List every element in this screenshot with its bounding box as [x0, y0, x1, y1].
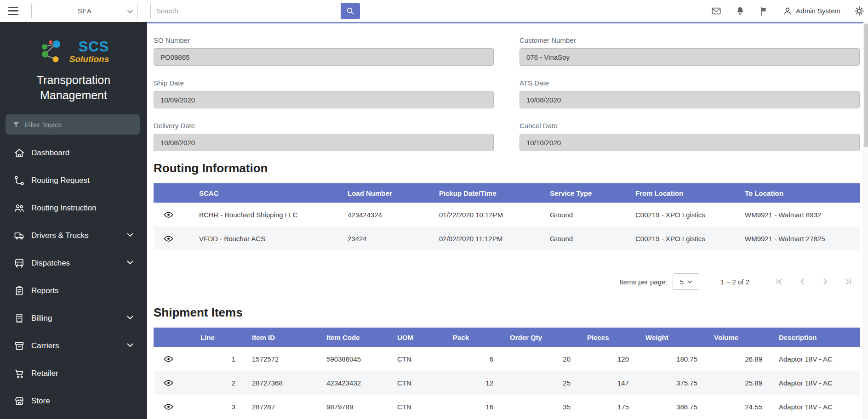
customer-number-label: Customer Number — [520, 36, 860, 44]
users-icon — [14, 203, 25, 214]
cell-service-type: Ground — [550, 203, 635, 226]
cell-to-location: WM9921 - Walmart 8932 — [745, 203, 860, 226]
notifications-button[interactable] — [735, 6, 745, 16]
cell-pack: 6 — [453, 347, 510, 371]
logo-secondary: Solutions — [69, 55, 109, 63]
search-bar — [150, 3, 360, 19]
cell-item-code: 590386045 — [326, 347, 397, 371]
scrollbar[interactable] — [863, 22, 868, 419]
cell-from-location: C00219 - XPO Lgistics — [635, 226, 745, 250]
column-header: Service Type — [550, 183, 635, 203]
sidebar-item-label: Routing Request — [31, 176, 90, 185]
user-menu[interactable]: Admin System — [783, 6, 840, 16]
view-shipment-row-button[interactable] — [164, 378, 173, 388]
cell-scac: VFDD - Bouchar ACS — [199, 226, 348, 250]
view-shipment-row-button[interactable] — [164, 402, 173, 412]
route-icon — [14, 175, 25, 186]
sidebar-menu: Dashboard Routing Request Routing Instru… — [0, 139, 147, 415]
logo-primary: SCS — [79, 40, 109, 54]
page-size-value: 5 — [680, 278, 684, 286]
eye-icon — [164, 210, 173, 220]
view-routing-row-button[interactable] — [164, 234, 173, 243]
routing-table: SCAC Load Number Pickup Date/Time Servic… — [154, 183, 860, 250]
ats-date-label: ATS Date — [520, 79, 860, 87]
table-row: 3 287287 9879789 CTN 16 35 175 386.75 24… — [154, 395, 860, 419]
sidebar-item-dispatches[interactable]: Dispatches — [0, 249, 147, 277]
settings-button[interactable] — [854, 6, 864, 16]
cell-pieces: 147 — [587, 371, 645, 395]
view-routing-row-button[interactable] — [164, 210, 173, 220]
actions-column-header — [154, 183, 199, 203]
store-icon — [14, 396, 25, 407]
page-size-select[interactable]: 5 — [673, 273, 699, 290]
next-page-button[interactable] — [814, 273, 837, 290]
cell-from-location: C00219 - XPO Lgistics — [635, 203, 745, 226]
table-row: 2 28727368 423423432 CTN 12 25 147 375.7… — [154, 371, 860, 395]
so-number-label: SO Number — [154, 36, 494, 44]
routing-header-row: SCAC Load Number Pickup Date/Time Servic… — [154, 183, 860, 203]
previous-page-button[interactable] — [791, 273, 814, 290]
so-number-input — [154, 48, 494, 66]
search-input[interactable] — [150, 3, 341, 19]
sidebar-item-label: Carriers — [31, 341, 59, 351]
view-shipment-row-button[interactable] — [164, 354, 173, 364]
sidebar-item-label: Store — [31, 396, 50, 406]
sidebar-item-store[interactable]: Store — [0, 387, 147, 415]
filter-topics-input[interactable] — [25, 121, 133, 129]
customer-number-input — [520, 48, 860, 66]
shipment-header-row: Line Item ID Item Code UOM Pack Order Qt… — [154, 328, 860, 347]
column-header: Description — [779, 328, 860, 347]
sidebar-item-carriers[interactable]: Carriers — [0, 332, 147, 360]
cell-line: 2 — [200, 371, 252, 395]
paginator-nav — [768, 273, 860, 290]
eye-icon — [164, 402, 173, 412]
topbar-actions: Admin System — [711, 6, 868, 16]
mail-button[interactable] — [711, 6, 721, 16]
column-header: Pack — [453, 328, 510, 347]
cell-item-id: 1572572 — [252, 347, 326, 371]
main-content: SO Number Customer Number Ship Date ATS … — [147, 22, 868, 419]
gear-icon — [854, 6, 864, 16]
region-select-value: SEA — [78, 7, 91, 15]
cell-line: 3 — [200, 395, 252, 419]
column-header: Pickup Date/Time — [439, 183, 550, 203]
column-header: SCAC — [199, 183, 348, 203]
cell-pack: 16 — [453, 395, 510, 419]
sidebar-item-dashboard[interactable]: Dashboard — [0, 139, 147, 167]
sidebar-item-routing-instruction[interactable]: Routing Instruction — [0, 194, 147, 222]
last-page-button[interactable] — [837, 273, 860, 290]
search-icon — [346, 7, 354, 15]
column-header: Item ID — [252, 328, 326, 347]
scrollbar-thumb[interactable] — [864, 23, 868, 147]
cell-order-qty: 35 — [510, 395, 587, 419]
sidebar-item-billing[interactable]: Billing — [0, 305, 147, 332]
cell-load-number: 23424 — [348, 226, 439, 250]
cart-icon — [14, 368, 25, 379]
sidebar-item-retailer[interactable]: Retailer — [0, 360, 147, 387]
hamburger-menu-button[interactable] — [8, 7, 19, 15]
scs-logo-icon — [38, 38, 67, 65]
ship-date-label: Ship Date — [154, 79, 494, 87]
flag-button[interactable] — [759, 6, 769, 16]
filter-topics-box — [6, 114, 140, 135]
sidebar-item-label: Dashboard — [31, 148, 69, 158]
column-header: Order Qty — [510, 328, 587, 347]
column-header: Volume — [714, 328, 779, 347]
boxes-icon — [14, 340, 25, 351]
sidebar-item-reports[interactable]: Reports — [0, 277, 147, 305]
sidebar-item-routing-request[interactable]: Routing Request — [0, 167, 147, 194]
shipment-items-section: Shipment Items Line Item ID Item Code UO… — [154, 306, 860, 419]
column-header: To Location — [745, 183, 860, 203]
region-select[interactable]: SEA — [31, 3, 138, 19]
cell-uom: CTN — [397, 395, 453, 419]
column-header: Load Number — [348, 183, 439, 203]
search-button[interactable] — [341, 3, 360, 19]
first-page-button[interactable] — [768, 273, 791, 290]
chevron-right-icon — [820, 277, 830, 287]
app-title: Transportation Management — [16, 73, 131, 102]
cell-uom: CTN — [397, 347, 453, 371]
sidebar-item-drivers-trucks[interactable]: Drivers & Trucks — [0, 222, 147, 249]
cell-pack: 12 — [453, 371, 510, 395]
table-row: VFDD - Bouchar ACS 23424 02/02/2020 11:1… — [154, 226, 860, 250]
cell-weight: 386.75 — [645, 395, 714, 419]
